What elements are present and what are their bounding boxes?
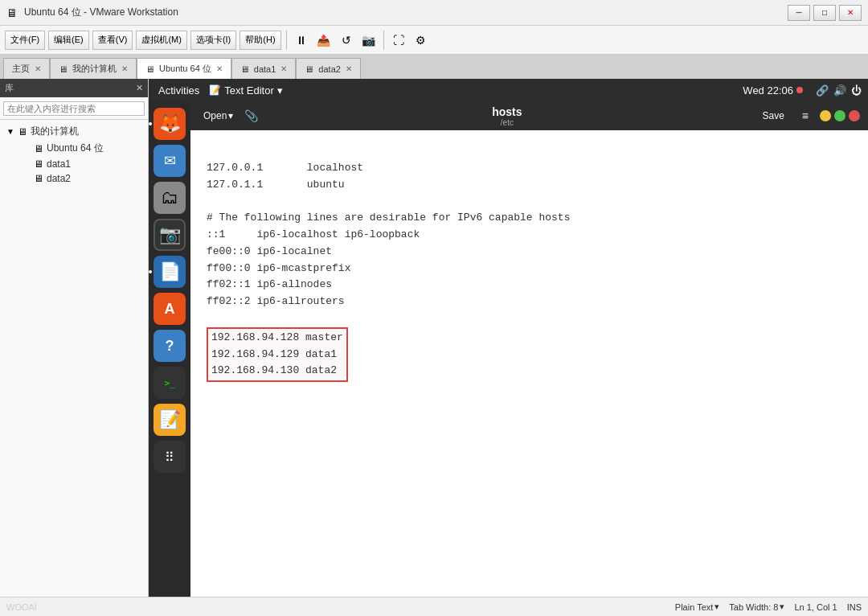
- dock-help[interactable]: ?: [154, 330, 186, 362]
- editor-window-controls: [820, 110, 860, 121]
- menu-edit[interactable]: 编辑(E): [48, 31, 89, 50]
- search-input[interactable]: [3, 101, 145, 116]
- dock-webcam[interactable]: 📷: [154, 219, 186, 251]
- menu-toolbar: 文件(F) 编辑(E) 查看(V) 虚拟机(M) 选项卡(I) 帮助(H) ⏸ …: [0, 26, 868, 55]
- menu-vm[interactable]: 虚拟机(M): [136, 31, 187, 50]
- separator-1: [286, 31, 287, 50]
- webcam-icon: 📷: [159, 224, 181, 245]
- time-label: Wed 22:06: [743, 84, 793, 97]
- editor-close-button[interactable]: [849, 110, 860, 121]
- network-icon[interactable]: 🔗: [816, 84, 829, 97]
- app-name-label: Text Editor: [224, 84, 273, 97]
- text-editor-icon: 📝: [209, 84, 221, 96]
- tab-data1-close[interactable]: ✕: [280, 64, 287, 73]
- separator-2: [383, 31, 384, 50]
- sidebar: 库 ✕ ▼ 🖥 我的计算机 🖥 Ubuntu 64 位 🖥: [0, 79, 149, 597]
- plain-text-status[interactable]: Plain Text ▾: [675, 602, 720, 612]
- sidebar-close-icon[interactable]: ✕: [136, 83, 143, 93]
- editor-menu-button[interactable]: ≡: [797, 108, 813, 124]
- editor-content[interactable]: 127.0.0.1 localhost 127.0.1.1 ubuntu # T…: [190, 130, 868, 597]
- editor-attachment-icon[interactable]: 📎: [244, 109, 258, 122]
- tab-ubuntu[interactable]: 🖥 Ubuntu 64 位 ✕: [137, 58, 231, 79]
- ins-status: INS: [847, 602, 862, 612]
- writer-icon: 📄: [159, 261, 181, 282]
- fullscreen-icon[interactable]: ⛶: [389, 31, 408, 50]
- sidebar-search-container: [0, 97, 148, 120]
- tab-ubuntu-label: Ubuntu 64 位: [159, 63, 211, 75]
- status-dot: [796, 87, 803, 93]
- tab-data2[interactable]: 🖥 data2 ✕: [296, 58, 361, 79]
- editor-filename: hosts: [492, 105, 522, 118]
- ubuntu-vm-area: Activities 📝 Text Editor ▾ Wed 22:06 🔗 🔊…: [149, 79, 868, 597]
- power-icon[interactable]: ⏻: [851, 84, 862, 97]
- refresh-icon[interactable]: ↺: [337, 31, 356, 50]
- plain-text-label: Plain Text: [675, 602, 714, 612]
- open-dropdown-icon: ▾: [228, 110, 233, 121]
- sidebar-tree: ▼ 🖥 我的计算机 🖥 Ubuntu 64 位 🖥 data1 🖥: [0, 120, 148, 189]
- menu-help[interactable]: 帮助(H): [240, 31, 280, 50]
- mail-icon: ✉: [164, 152, 176, 170]
- tree-label-data2: data2: [47, 173, 71, 184]
- menu-view[interactable]: 查看(V): [92, 31, 133, 50]
- tab-mycomputer-close[interactable]: ✕: [121, 64, 128, 73]
- editor-open-button[interactable]: Open ▾: [199, 109, 238, 123]
- tab-width-dropdown: ▾: [780, 602, 784, 612]
- dock-files[interactable]: 🗂: [154, 182, 186, 214]
- ubuntu-status-icons: 🔗 🔊 ⏻: [816, 84, 862, 97]
- dock-mail[interactable]: ✉: [154, 145, 186, 177]
- settings-icon[interactable]: ⚙: [411, 31, 431, 50]
- pause-icon[interactable]: ⏸: [292, 31, 311, 50]
- content-line-1: 127.0.0.1 localhost 127.0.1.1 ubuntu # T…: [207, 162, 570, 307]
- minimize-button[interactable]: ─: [788, 5, 810, 21]
- menu-tab[interactable]: 选项卡(I): [190, 31, 236, 50]
- vmware-icon: 🖥: [6, 6, 18, 19]
- editor-minimize-button[interactable]: [820, 110, 831, 121]
- tab-width-status[interactable]: Tab Width: 8 ▾: [729, 602, 784, 612]
- send-icon[interactable]: 📤: [314, 31, 334, 50]
- text-editor-area: Open ▾ 📎 hosts /etc Save ≡: [190, 101, 868, 597]
- editor-title-area: hosts /etc: [264, 105, 749, 127]
- tab-data2-icon: 🖥: [305, 64, 313, 74]
- sidebar-item-ubuntu[interactable]: 🖥 Ubuntu 64 位: [16, 140, 148, 157]
- dock-notes[interactable]: 📝: [154, 404, 186, 436]
- snapshot-icon[interactable]: 📷: [359, 31, 379, 50]
- position-label: Ln 1, Col 1: [794, 602, 837, 612]
- tab-mycomputer[interactable]: 🖥 我的计算机 ✕: [50, 58, 137, 79]
- terminal-icon: >_: [164, 378, 174, 388]
- close-button[interactable]: ✕: [839, 5, 862, 21]
- tab-home[interactable]: 主页 ✕: [3, 58, 50, 79]
- tab-data1-icon: 🖥: [240, 64, 249, 74]
- watermark-text: WOOAI: [6, 602, 37, 612]
- maximize-button[interactable]: □: [813, 5, 836, 21]
- tree-root-label: 我的计算机: [31, 125, 79, 138]
- sidebar-item-data2[interactable]: 🖥 data2: [16, 171, 148, 186]
- status-bar: WOOAI Plain Text ▾ Tab Width: 8 ▾ Ln 1, …: [0, 597, 868, 616]
- menu-file[interactable]: 文件(F): [5, 31, 45, 50]
- ins-label: INS: [847, 602, 862, 612]
- tab-ubuntu-close[interactable]: ✕: [216, 64, 223, 73]
- activities-label[interactable]: Activities: [155, 84, 203, 97]
- tree-root[interactable]: ▼ 🖥 我的计算机: [0, 123, 148, 140]
- dock-writer[interactable]: 📄: [154, 256, 186, 288]
- plain-text-dropdown: ▾: [714, 602, 719, 612]
- tab-data2-close[interactable]: ✕: [346, 64, 352, 73]
- dock-terminal[interactable]: >_: [154, 367, 186, 399]
- volume-icon[interactable]: 🔊: [833, 84, 846, 97]
- status-bar-left: WOOAI: [6, 602, 662, 612]
- tree-label-data1: data1: [47, 158, 71, 170]
- sidebar-header: 库 ✕: [0, 79, 148, 97]
- tab-ubuntu-icon: 🖥: [145, 64, 154, 74]
- editor-save-button[interactable]: Save: [755, 109, 790, 123]
- sidebar-item-data1[interactable]: 🖥 data1: [16, 157, 148, 171]
- dock-appstore[interactable]: A: [154, 293, 186, 325]
- tab-mycomputer-label: 我的计算机: [72, 63, 117, 75]
- tab-data1[interactable]: 🖥 data1 ✕: [231, 58, 297, 79]
- notes-icon: 📝: [159, 409, 181, 430]
- editor-maximize-button[interactable]: [834, 110, 845, 121]
- dock-apps[interactable]: ⠿: [154, 441, 186, 473]
- app-dropdown-icon[interactable]: ▾: [277, 84, 283, 97]
- editor-filepath: /etc: [501, 118, 514, 127]
- vm-icon-data1: 🖥: [34, 158, 43, 170]
- dock-firefox[interactable]: 🦊: [154, 108, 186, 140]
- tab-home-close[interactable]: ✕: [35, 64, 41, 73]
